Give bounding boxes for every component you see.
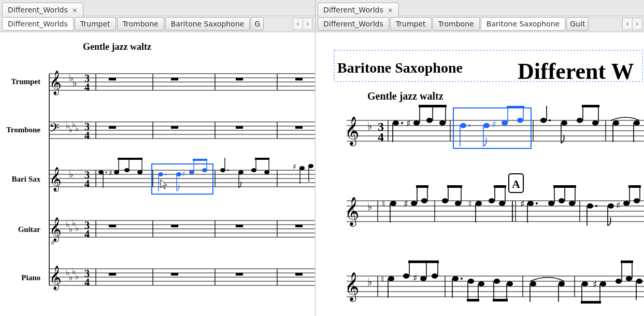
part-tab-label: Different_Worlds [8,20,68,28]
treble-clef-icon: 𝄞 [345,272,359,302]
cursor-icon [161,180,167,189]
part-tab-trombone[interactable]: Trombone [117,17,164,31]
svg-text:♭: ♭ [367,201,372,212]
rehearsal-mark: A [509,174,523,193]
svg-rect-29 [171,126,178,129]
svg-point-147 [468,125,470,127]
close-icon[interactable]: × [72,6,78,14]
svg-text:♯: ♯ [182,170,185,178]
scroll-left-button[interactable]: ‹ [293,18,303,30]
svg-point-208 [527,201,534,206]
svg-point-263 [530,281,536,286]
part-tab-truncated[interactable]: Guit [566,17,589,31]
score-svg: Baritone Saxophone Different W Gentle ja… [316,32,644,316]
svg-text:♭: ♭ [367,120,372,132]
part-tab-score[interactable]: Different_Worlds [318,17,389,31]
svg-rect-8 [109,78,116,80]
tempo-text: Gentle jazz waltz [83,42,151,52]
svg-point-160 [561,120,567,126]
part-tab-label: Different_Worlds [323,20,383,28]
svg-rect-206 [494,185,506,188]
svg-rect-67 [193,159,207,161]
part-tab-score[interactable]: Different_Worlds [2,17,74,31]
chevron-right-icon: › [636,20,639,28]
svg-text:♮: ♮ [382,199,385,209]
treble-clef-icon: 𝄞 [345,197,359,227]
svg-point-136 [401,122,403,124]
svg-point-204 [499,201,505,206]
svg-rect-119 [236,273,243,276]
svg-point-273 [616,279,622,284]
svg-point-69 [227,170,229,171]
part-tab-label: Guit [570,20,585,28]
svg-rect-272 [581,301,601,304]
svg-text:4: 4 [84,228,90,240]
svg-text:♯: ♯ [413,273,418,283]
scroll-right-button[interactable]: › [633,18,642,30]
staff-system-1: 𝄞 ♭ 3 4 ♯ [345,105,644,148]
part-tab-trombone[interactable]: Trombone [433,17,480,31]
svg-rect-56 [118,158,142,160]
part-tab-barisax[interactable]: Baritone Saxophone [165,17,250,31]
svg-point-196 [455,201,461,206]
svg-point-255 [478,281,484,286]
score-canvas[interactable]: Baritone Saxophone Different W Gentle ja… [316,32,644,316]
svg-point-157 [540,118,547,123]
svg-point-258 [494,279,500,284]
svg-point-240 [388,276,394,281]
svg-rect-12 [236,78,243,80]
part-tab-barisax[interactable]: Baritone Saxophone [481,17,566,31]
timesig-den: 4 [84,81,90,93]
file-tab[interactable]: Different_Worlds × [318,3,399,17]
part-tab-trumpet[interactable]: Trumpet [390,17,432,31]
svg-point-275 [626,276,632,281]
file-tab-label: Different_Worlds [323,6,383,14]
svg-point-58 [165,174,167,175]
close-icon[interactable]: × [388,6,393,14]
right-pane: Different_Worlds × Different_Worlds Trum… [316,0,644,316]
tempo-text: Gentle jazz waltz [367,90,443,102]
part-tab-trumpet[interactable]: Trumpet [75,17,116,31]
svg-rect-10 [171,78,178,80]
svg-point-149 [483,123,490,128]
part-tab-bar: Different_Worlds Trumpet Trombone Barito… [0,16,315,32]
part-tab-truncated[interactable]: G [251,17,264,31]
staff-piano: Piano 𝄞 ♭♭♭♭ 3 4 [21,266,315,291]
svg-text:♮: ♮ [468,199,471,209]
score-canvas[interactable]: Gentle jazz waltz Trumpet 𝄞 ♭♭ 3 4 [0,32,315,316]
svg-text:♯: ♯ [109,169,112,177]
svg-text:8: 8 [51,240,54,245]
part-tab-label: Baritone Saxophone [486,20,560,28]
svg-rect-33 [295,126,303,129]
svg-point-213 [559,198,565,203]
scroll-right-button[interactable]: › [303,18,313,30]
svg-point-139 [413,120,420,126]
svg-text:♯: ♯ [593,279,597,290]
svg-text:♮: ♮ [381,274,384,284]
svg-rect-193 [416,185,428,188]
svg-point-194 [442,198,448,203]
treble-clef-icon: 𝄞 [49,266,62,291]
svg-text:4: 4 [84,178,90,189]
svg-point-154 [517,118,523,123]
svg-point-202 [489,198,495,203]
scroll-left-button[interactable]: ‹ [622,18,633,30]
file-tab[interactable]: Different_Worlds × [2,3,83,17]
treble-clef-icon: 𝄞 [49,217,62,242]
staff-system-2: 𝄞 ♭ ♮ ♯ [345,185,644,227]
svg-point-215 [569,201,575,206]
file-tab-bar: Different_Worlds × [316,0,644,16]
svg-rect-228 [628,185,641,188]
svg-text:♭: ♭ [73,78,77,88]
svg-rect-98 [171,225,178,227]
instrument-label: Bari Sax [12,175,41,183]
svg-point-251 [461,278,463,280]
chevron-left-icon: ‹ [626,20,629,28]
svg-text:♯: ♯ [406,118,411,129]
svg-point-242 [403,273,409,279]
svg-point-186 [390,201,396,206]
svg-rect-115 [109,273,116,276]
svg-point-226 [634,198,640,203]
svg-point-143 [439,120,446,126]
part-tab-label: G [254,20,260,28]
